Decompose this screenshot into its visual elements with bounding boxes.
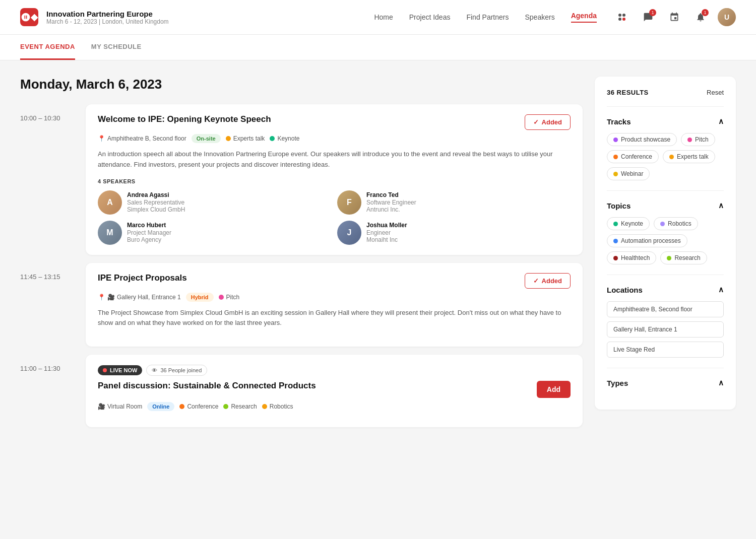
chat-badge: 1 — [649, 9, 656, 16]
live-badge-3: LIVE NOW — [98, 365, 142, 375]
event-card-3: LIVE NOW 👁 36 People joined Panel discus… — [86, 355, 583, 427]
event-desc-1: An introduction speech all about the Inn… — [98, 149, 571, 170]
nav-find-partners[interactable]: Find Partners — [466, 13, 509, 21]
results-header: 36 RESULTS Reset — [607, 89, 724, 96]
nav-speakers[interactable]: Speakers — [525, 13, 555, 21]
added-label-1: Added — [542, 118, 562, 126]
check-icon-2: ✓ — [533, 277, 539, 285]
bell-badge: 1 — [702, 9, 709, 16]
people-badge-3: 👁 36 People joined — [146, 365, 207, 376]
brand-sub: March 6 - 12, 2023 | London, United King… — [46, 18, 169, 25]
avatar[interactable]: U — [718, 8, 736, 26]
brand-name: Innovation Partnering Europe — [46, 10, 169, 18]
pin-icon-2: 📍 — [98, 294, 105, 301]
tracks-title[interactable]: Tracks ∧ — [607, 117, 724, 126]
eye-icon-3: 👁 — [152, 367, 157, 373]
live-row-3: LIVE NOW 👁 36 People joined — [98, 365, 571, 376]
dot-webinar — [613, 172, 618, 176]
track-webinar[interactable]: Webinar — [607, 167, 650, 180]
speaker-info-franco: Franco Ted Software Engineer Antrunci In… — [366, 191, 416, 213]
logo[interactable]: ◆ — [20, 8, 38, 26]
location-gallery[interactable]: Gallery Hall, Entrance 1 — [607, 321, 724, 338]
speaker-info-andrea: Andrea Agassi Sales Representative Simpl… — [127, 191, 185, 213]
bell-icon-btn[interactable]: 1 — [691, 8, 710, 26]
dot-keynote-1 — [270, 136, 275, 141]
speakers-label-1: 4 SPEAKERS — [98, 178, 571, 184]
sidebar: 36 RESULTS Reset Tracks ∧ Product showca… — [595, 77, 736, 523]
location-2: 📍 🎥 Gallery Hall, Entrance 1 — [98, 294, 181, 301]
track-conference[interactable]: Conference — [607, 150, 659, 163]
dot-experts-talk — [669, 155, 674, 159]
added-button-2[interactable]: ✓ Added — [525, 273, 571, 289]
tracks-filter: Tracks ∧ Product showcase Pitch — [607, 117, 724, 180]
topics-title[interactable]: Topics ∧ — [607, 201, 724, 210]
add-button-3[interactable]: Add — [537, 381, 571, 398]
speaker-role-joshua: Engineer — [366, 229, 407, 236]
filter-divider-top — [607, 106, 724, 107]
event-title-1: Welcome to IPE: Opening Keynote Speech — [98, 114, 271, 124]
track-pitch[interactable]: Pitch — [681, 133, 715, 146]
speaker-name-franco: Franco Ted — [366, 191, 416, 198]
nav-project-ideas[interactable]: Project Ideas — [409, 13, 451, 21]
speaker-role-andrea: Sales Representative — [127, 199, 185, 206]
speaker-marco: M Marco Hubert Project Manager Buro Agen… — [98, 221, 331, 245]
tab-my-schedule[interactable]: My Schedule — [91, 35, 142, 60]
topic-research[interactable]: Research — [660, 251, 707, 264]
chat-icon-btn[interactable]: 1 — [639, 8, 657, 26]
topics-tags: Keynote Robotics Automation processes — [607, 217, 724, 264]
event-title-2: IPE Project Proposals — [98, 273, 187, 283]
speaker-company-joshua: Monaiht Inc — [366, 236, 407, 243]
speaker-name-andrea: Andrea Agassi — [127, 191, 185, 198]
svg-point-1 — [622, 14, 625, 17]
dot-pitch — [687, 138, 692, 142]
dot-experts-1 — [226, 136, 231, 141]
filter-divider-3 — [607, 368, 724, 368]
topic-keynote-1: Keynote — [270, 135, 299, 142]
added-button-1[interactable]: ✓ Added — [525, 114, 571, 130]
dot-pitch-2 — [219, 295, 224, 300]
location-live-stage[interactable]: Live Stage Red — [607, 342, 724, 358]
track-experts-talk[interactable]: Experts talk — [663, 150, 715, 163]
topic-experts-1: Experts talk — [226, 135, 265, 142]
reset-button[interactable]: Reset — [707, 89, 724, 96]
type-tag-1: On-site — [192, 134, 221, 143]
apps-icon-btn[interactable] — [613, 8, 631, 26]
types-title[interactable]: Types ∧ — [607, 378, 724, 387]
nav-home[interactable]: Home — [374, 13, 393, 21]
topic-keynote[interactable]: Keynote — [607, 217, 650, 230]
dot-research-3 — [223, 404, 228, 409]
calendar-icon-btn[interactable] — [665, 8, 683, 26]
header: ◆ Innovation Partnering Europe March 6 -… — [0, 0, 756, 35]
event-time-2: 11:45 – 13:15 — [20, 263, 76, 347]
track-product-showcase[interactable]: Product showcase — [607, 133, 677, 146]
topics-label: Topics — [607, 201, 631, 210]
speaker-franco: F Franco Ted Software Engineer Antrunci … — [337, 190, 571, 215]
location-amphitheatre[interactable]: Amphitheatre B, Second floor — [607, 301, 724, 317]
location-3: 🎥 Virtual Room — [98, 403, 142, 410]
speaker-role-franco: Software Engineer — [366, 199, 416, 206]
topic-robotics-3: Robotics — [262, 403, 293, 410]
event-time-3: 11:00 – 11:30 — [20, 355, 76, 427]
type-tag-3: Online — [147, 402, 174, 411]
header-icons: 1 1 U — [613, 8, 736, 26]
speaker-avatar-andrea: A — [98, 190, 122, 215]
sidebar-card: 36 RESULTS Reset Tracks ∧ Product showca… — [595, 77, 736, 410]
date-header: Monday, March 6, 2023 — [20, 77, 583, 92]
topic-automation[interactable]: Automation processes — [607, 234, 687, 247]
speaker-avatar-franco: F — [337, 190, 361, 215]
event-meta-2: 📍 🎥 Gallery Hall, Entrance 1 Hybrid Pitc… — [98, 293, 571, 302]
locations-title[interactable]: Locations ∧ — [607, 285, 724, 294]
event-card-header-3: Panel discussion: Sustainable & Connecte… — [98, 381, 571, 398]
topic-healthtech[interactable]: Healthtech — [607, 251, 656, 264]
tracks-tags: Product showcase Pitch Conference E — [607, 133, 724, 180]
event-title-3: Panel discussion: Sustainable & Connecte… — [98, 381, 316, 391]
nav-agenda[interactable]: Agenda — [571, 12, 597, 23]
svg-point-0 — [618, 14, 621, 17]
pin-icon-1: 📍 — [98, 135, 105, 142]
topic-robotics[interactable]: Robotics — [654, 217, 698, 230]
main-nav: Home Project Ideas Find Partners Speaker… — [374, 12, 597, 23]
tab-event-agenda[interactable]: Event Agenda — [20, 35, 75, 60]
event-meta-3: 🎥 Virtual Room Online Conference Researc… — [98, 402, 571, 411]
add-label-3: Add — [547, 385, 560, 393]
types-filter: Types ∧ — [607, 378, 724, 387]
